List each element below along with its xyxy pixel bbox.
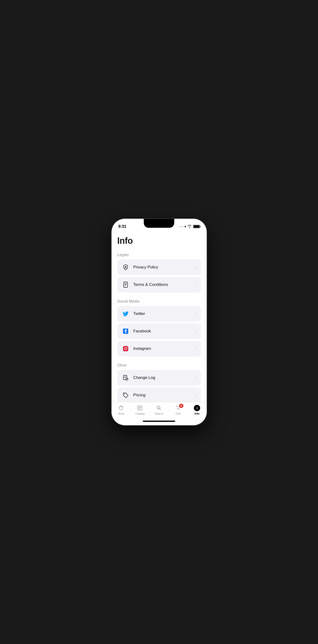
svg-point-9 — [124, 394, 125, 394]
signal-icon — [180, 226, 186, 227]
section-other: Other Change Log › — [117, 363, 201, 402]
tab-cart-label: Cart — [175, 412, 181, 415]
list-item-privacy-policy[interactable]: Privacy Policy › — [117, 260, 201, 275]
privacy-policy-chevron: › — [196, 265, 197, 270]
status-time: 9:31 — [118, 224, 126, 229]
privacy-policy-label: Privacy Policy — [133, 265, 196, 270]
svg-rect-1 — [124, 282, 128, 287]
twitter-icon — [121, 310, 130, 318]
svg-rect-0 — [125, 267, 126, 268]
list-item-instagram[interactable]: Instagram › — [117, 341, 201, 356]
terms-conditions-chevron: › — [196, 282, 197, 287]
changelog-icon — [121, 373, 130, 382]
svg-text:A: A — [138, 406, 139, 408]
battery-icon — [193, 225, 200, 228]
svg-rect-3 — [123, 346, 128, 351]
instagram-label: Instagram — [133, 346, 196, 351]
search-icon — [156, 404, 162, 412]
twitter-label: Twitter — [133, 311, 196, 316]
home-indicator — [112, 417, 207, 425]
section-label-legals: Legals — [117, 253, 201, 257]
page-title: Info — [117, 236, 201, 246]
tag-icon — [121, 391, 130, 400]
facebook-chevron: › — [196, 329, 197, 334]
home-bar — [143, 420, 175, 422]
section-legals: Legals Privacy Policy › — [117, 253, 201, 292]
info-tab-icon: i — [194, 404, 200, 412]
cart-badge: 3 — [179, 404, 183, 408]
section-label-social: Social Media — [117, 299, 201, 304]
changelog-label: Change Log — [133, 375, 196, 380]
tab-bar: Shop A Catalog — [112, 402, 207, 417]
instagram-icon — [121, 344, 130, 353]
document-icon — [121, 280, 130, 289]
svg-point-14 — [177, 410, 178, 410]
wifi-icon — [187, 225, 192, 228]
svg-point-15 — [179, 410, 180, 410]
svg-point-13 — [157, 406, 160, 409]
section-label-other: Other — [117, 363, 201, 368]
tab-info[interactable]: i Info — [190, 404, 204, 415]
section-social-media: Social Media Twitter › — [117, 299, 201, 356]
status-icons — [180, 225, 200, 228]
cart-icon: 3 — [175, 404, 182, 412]
tab-catalog-label: Catalog — [135, 412, 144, 415]
catalog-icon: A — [136, 404, 143, 412]
pricing-label: Pricing — [133, 393, 196, 398]
notch — [144, 219, 174, 228]
main-content: Info Legals Privacy Policy › — [112, 231, 207, 402]
tab-cart[interactable]: 3 Cart — [171, 404, 185, 415]
svg-text:i: i — [197, 406, 198, 410]
instagram-chevron: › — [196, 346, 197, 351]
shop-icon — [118, 404, 124, 412]
list-item-changelog[interactable]: Change Log › — [117, 370, 201, 386]
phone-frame: 9:31 — [112, 219, 207, 425]
facebook-icon — [121, 327, 130, 336]
list-item-pricing[interactable]: Pricing › — [117, 388, 201, 402]
phone-screen: 9:31 — [112, 219, 207, 425]
tab-catalog[interactable]: A Catalog — [133, 404, 147, 415]
tab-shop-label: Shop — [118, 412, 124, 415]
shield-lock-icon — [121, 263, 130, 272]
svg-point-5 — [127, 347, 127, 348]
changelog-chevron: › — [196, 375, 197, 380]
pricing-chevron: › — [196, 393, 197, 398]
list-item-terms-conditions[interactable]: Terms & Conditions › — [117, 277, 201, 292]
list-item-twitter[interactable]: Twitter › — [117, 306, 201, 322]
list-item-facebook[interactable]: Facebook › — [117, 324, 201, 339]
facebook-label: Facebook — [133, 329, 196, 334]
tab-info-label: Info — [195, 412, 199, 415]
twitter-chevron: › — [196, 311, 197, 316]
tab-shop[interactable]: Shop — [114, 404, 128, 415]
terms-conditions-label: Terms & Conditions — [133, 282, 196, 287]
tab-search-label: Search — [155, 412, 163, 415]
tab-search[interactable]: Search — [152, 404, 166, 415]
svg-point-8 — [126, 379, 127, 380]
